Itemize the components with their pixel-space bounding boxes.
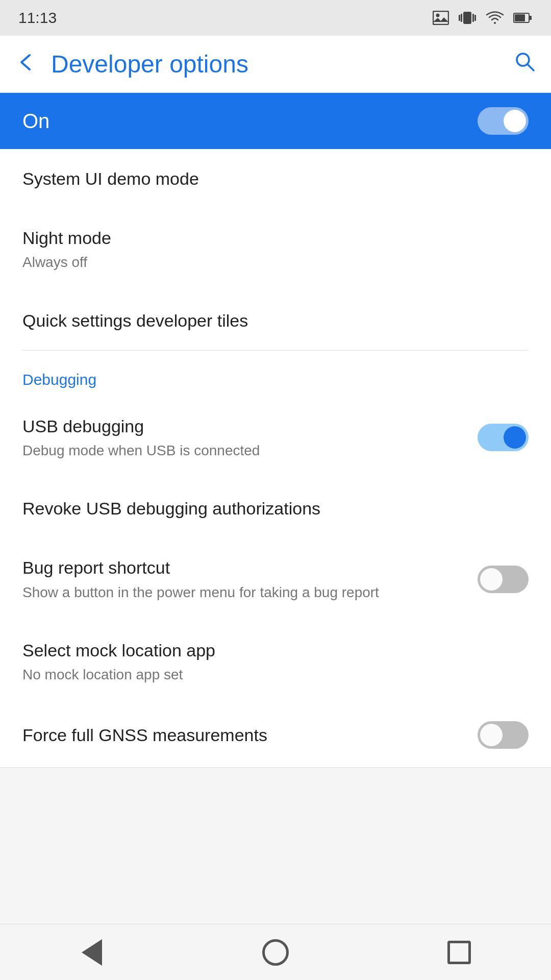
setting-title-mock-location: Select mock location app bbox=[22, 639, 513, 662]
svg-rect-6 bbox=[474, 15, 476, 21]
back-button[interactable] bbox=[15, 50, 36, 78]
svg-point-1 bbox=[436, 14, 440, 17]
setting-subtitle-night-mode: Always off bbox=[22, 252, 513, 272]
debugging-section-title: Debugging bbox=[22, 371, 529, 388]
setting-item-usb-debugging[interactable]: USB debugging Debug mode when USB is con… bbox=[0, 397, 551, 479]
setting-item-mock-location[interactable]: Select mock location app No mock locatio… bbox=[0, 621, 551, 703]
setting-item-quick-settings[interactable]: Quick settings developer tiles bbox=[0, 291, 551, 350]
setting-subtitle-usb-debugging: Debug mode when USB is connected bbox=[22, 440, 462, 460]
app-bar: Developer options bbox=[0, 36, 551, 93]
vibrate-icon bbox=[458, 10, 477, 26]
setting-subtitle-mock-location: No mock location app set bbox=[22, 665, 513, 684]
svg-rect-5 bbox=[459, 15, 460, 21]
bug-report-toggle[interactable] bbox=[478, 566, 529, 593]
svg-rect-9 bbox=[515, 14, 525, 21]
setting-title-night-mode: Night mode bbox=[22, 227, 513, 249]
svg-rect-3 bbox=[461, 14, 462, 22]
dev-on-toggle[interactable] bbox=[478, 107, 529, 135]
page-title: Developer options bbox=[51, 50, 513, 78]
svg-rect-4 bbox=[472, 14, 474, 22]
setting-item-revoke-usb[interactable]: Revoke USB debugging authorizations bbox=[0, 479, 551, 538]
setting-item-night-mode[interactable]: Night mode Always off bbox=[0, 208, 551, 290]
setting-item-bug-report[interactable]: Bug report shortcut Show a button in the… bbox=[0, 538, 551, 620]
dev-on-banner[interactable]: On bbox=[0, 93, 551, 149]
svg-rect-2 bbox=[463, 12, 471, 24]
setting-title-gnss: Force full GNSS measurements bbox=[22, 724, 462, 746]
status-time: 11:13 bbox=[18, 9, 57, 27]
back-nav-button[interactable] bbox=[66, 927, 117, 978]
setting-title-usb-debugging: USB debugging bbox=[22, 415, 462, 437]
svg-rect-8 bbox=[529, 16, 532, 20]
wifi-icon bbox=[486, 11, 504, 25]
debugging-section-header: Debugging bbox=[0, 351, 551, 397]
usb-debugging-toggle[interactable] bbox=[478, 424, 529, 451]
setting-title-revoke-usb: Revoke USB debugging authorizations bbox=[22, 497, 513, 520]
setting-title-system-ui-demo: System UI demo mode bbox=[22, 167, 513, 190]
setting-item-system-ui-demo[interactable]: System UI demo mode bbox=[0, 149, 551, 208]
setting-subtitle-bug-report: Show a button in the power menu for taki… bbox=[22, 582, 462, 602]
recent-nav-button[interactable] bbox=[434, 927, 485, 978]
status-icons bbox=[433, 10, 533, 26]
svg-line-11 bbox=[528, 64, 534, 70]
bottom-nav bbox=[0, 924, 551, 980]
search-button[interactable] bbox=[513, 50, 536, 78]
svg-rect-0 bbox=[433, 11, 448, 24]
home-nav-button[interactable] bbox=[250, 927, 301, 978]
status-bar: 11:13 bbox=[0, 0, 551, 36]
gnss-toggle[interactable] bbox=[478, 721, 529, 749]
setting-item-gnss[interactable]: Force full GNSS measurements bbox=[0, 703, 551, 768]
dev-on-label: On bbox=[22, 110, 49, 133]
home-nav-icon bbox=[262, 939, 289, 966]
back-nav-icon bbox=[82, 939, 102, 966]
settings-list: System UI demo mode Night mode Always of… bbox=[0, 149, 551, 768]
recent-nav-icon bbox=[447, 941, 471, 964]
setting-title-quick-settings: Quick settings developer tiles bbox=[22, 309, 513, 332]
setting-title-bug-report: Bug report shortcut bbox=[22, 556, 462, 579]
image-icon bbox=[433, 11, 449, 25]
battery-icon bbox=[513, 12, 533, 24]
